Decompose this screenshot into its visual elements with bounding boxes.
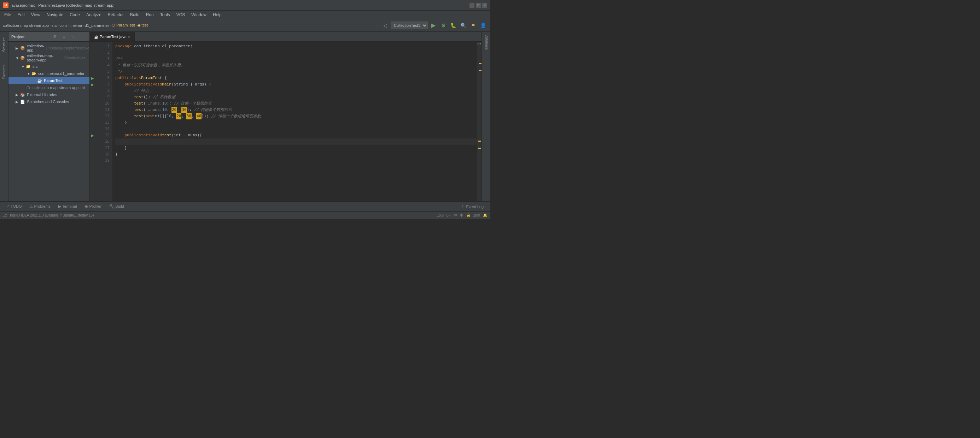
gutter-2 [90,49,95,56]
code-line-9: test(); // 不传数据 [115,94,477,100]
breadcrumb-itheima[interactable]: itheima [70,23,82,27]
code-line-4: * 目标：认识可变参数，掌握其作用。 [115,62,477,68]
maximize-button[interactable]: □ [476,3,481,8]
project-settings-btn[interactable]: ⚙ [51,32,59,41]
tab-event-log[interactable]: ⚐ Event Log [458,204,487,209]
code-line-11: test( …nums: 10, 20, 30); // 传输多个数据给它 [115,107,477,113]
breadcrumb-paramtest[interactable]: ⬡ ParamTest [112,23,135,27]
menu-build[interactable]: Build [127,12,143,18]
run-gutter-6[interactable]: ▶ [90,75,95,81]
tab-build[interactable]: 🔨 Build [106,203,127,209]
tree-package[interactable]: ▼ 📂 com.itheima.d1_parameter [8,70,89,77]
search-button[interactable]: 🔍 [459,21,468,30]
code-line-18: } [115,151,477,157]
warning-stripe-1 [479,63,482,64]
menu-help[interactable]: Help [210,12,224,18]
menu-file[interactable]: File [2,12,14,18]
code-line-16 [115,138,477,145]
run-button[interactable]: ▶ [429,21,438,30]
encoding-indicator[interactable]: 中 [453,213,457,218]
gutter-4 [90,62,95,68]
minimize-button[interactable]: − [469,3,474,8]
app-logo: IJ [3,3,8,8]
vtab-favorites[interactable]: Favorites [1,62,8,82]
project-collapse-btn[interactable]: ≡ [60,32,68,41]
gutter-11 [90,107,95,113]
tree-label: collection-map-stream-app.iml [32,86,84,90]
event-log-area: ⚐ Event Log [458,204,487,209]
tree-label: com.itheima.d1_parameter [38,71,84,76]
run-config-dropdown[interactable]: CollectionTest1 [391,22,428,29]
tree-collection-app[interactable]: ▶ 📦 collection-app D:\code\javasepromax\… [8,43,89,53]
notifications-icon[interactable]: 🔔 [483,213,487,217]
breadcrumb-com[interactable]: com [59,23,67,27]
gutter-16 [90,138,95,145]
tab-todo[interactable]: ✓ TODO [3,203,25,209]
tree-iml[interactable]: ▶ ⬡ collection-map-stream-app.iml [8,84,89,91]
menu-bar: File Edit View Navigate Code Analyze Ref… [0,11,490,19]
tree-src[interactable]: ▼ 📁 src [8,63,89,70]
vtab-structure[interactable]: Structure [1,35,8,55]
tree-label: External Libraries [27,92,57,97]
breadcrumb-project[interactable]: collection-map-stream-app [3,23,49,27]
project-panel-title: Project [11,35,24,39]
run-gutter-7[interactable]: ▶ [90,81,95,87]
iml-icon: ⬡ [25,85,31,90]
editor-gutter: ▶ ▶ ▶ [90,42,95,202]
tab-profiler[interactable]: ◉ Profiler [81,203,105,209]
tab-paramtest[interactable]: ☕ ParamTest.java × [90,32,135,41]
close-button[interactable]: × [482,3,487,8]
bottom-tabs: ✓ TODO ⚠ Problems ▶ Terminal ◉ Profiler … [0,202,490,211]
build-button[interactable]: ⚙ [439,21,447,30]
menu-window[interactable]: Window [188,12,209,18]
indent-indicator: 中 [460,213,463,218]
breadcrumb-d1parameter[interactable]: d1_parameter [85,23,109,27]
menu-code[interactable]: Code [67,12,83,18]
position-indicator[interactable]: 16:9 [437,213,443,217]
breadcrumb-src[interactable]: src [52,23,57,27]
scratch-icon: 📄 [20,99,25,105]
settings-button[interactable]: ⚑ [469,21,477,30]
tab-close-button[interactable]: × [128,35,130,39]
profile-button[interactable]: 👤 [479,21,487,30]
menu-analyze[interactable]: Analyze [83,12,104,18]
right-panel: Database [482,32,490,202]
tab-problems[interactable]: ⚠ Problems [26,203,54,209]
debug-button[interactable]: 🐛 [449,21,458,30]
menu-edit[interactable]: Edit [14,12,27,18]
editor-tabs: ☕ ParamTest.java × [90,32,482,42]
back-button[interactable]: ◁ [381,21,389,30]
project-sort-btn[interactable]: ↕ [69,32,78,41]
code-content[interactable]: package com.itheima.d1_parameter; /** * … [113,42,477,202]
tab-terminal[interactable]: ▶ Terminal [55,203,80,209]
tree-scratches[interactable]: ▶ 📄 Scratches and Consoles [8,98,89,105]
project-panel-header: Project ⚙ ≡ ↕ − [8,32,89,42]
breadcrumb: collection-map-stream-app › src › com › … [3,23,148,27]
cursor-stripe [478,141,481,142]
project-minimize-btn[interactable]: − [78,32,87,41]
package-icon: 📂 [31,71,37,76]
project-tree: ▶ 📦 collection-app D:\code\javasepromax\… [8,42,89,202]
code-line-13: } [115,119,477,126]
tree-paramtest[interactable]: ▶ ☕ ParamTest [8,77,89,84]
menu-run[interactable]: Run [143,12,157,18]
module-icon: 📦 [20,55,25,61]
menu-refactor[interactable]: Refactor [105,12,127,18]
expand-arrow: ▼ [21,65,25,68]
tree-external-libs[interactable]: ▶ 📚 External Libraries [8,91,89,98]
gutter-10 [90,100,95,107]
menu-tools[interactable]: Tools [158,12,173,18]
editor-area: ☕ ParamTest.java × ▶ ▶ [90,32,482,202]
vtab-database[interactable]: Database [482,32,490,52]
git-icon: ⎇ [3,213,7,217]
gutter-12 [90,113,95,119]
gutter-17 [90,145,95,151]
lf-indicator: LF [447,213,451,217]
menu-vcs[interactable]: VCS [173,12,188,18]
run-gutter-15[interactable]: ▶ [90,132,95,138]
code-editor[interactable]: ▶ ▶ ▶ 12345 [90,42,482,202]
menu-navigate[interactable]: Navigate [44,12,66,18]
breadcrumb-test[interactable]: ◆ test [137,23,148,27]
tree-collection-map-stream-app[interactable]: ▼ 📦 collection-map-stream-app D:\code\ja… [8,53,89,63]
menu-view[interactable]: View [28,12,43,18]
